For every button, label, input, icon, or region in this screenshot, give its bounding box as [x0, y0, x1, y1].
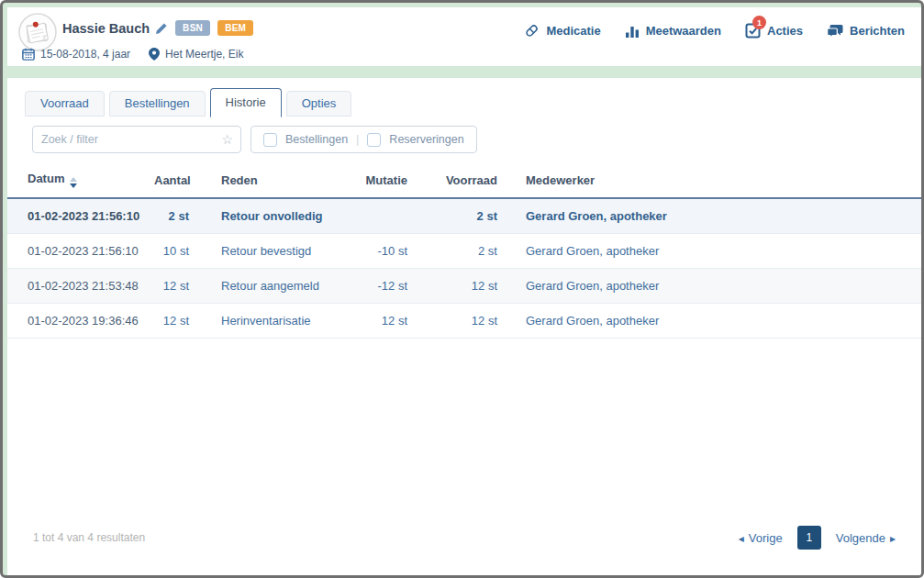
column-header-reden: Reden — [189, 165, 345, 198]
cell-aantal: 12 st — [154, 303, 189, 338]
cell-medewerker: Gerard Groen, apotheker — [497, 303, 921, 338]
nav-acties[interactable]: 1 Acties — [745, 23, 803, 39]
calendar-icon — [22, 48, 35, 61]
cell-voorraad: 2 st — [407, 233, 497, 268]
cell-mutatie — [345, 198, 407, 233]
patient-header: Hassie Bauch BSN BEM 15-08-2018, 4 jaar … — [7, 7, 921, 66]
column-header-mutatie: Mutatie — [345, 165, 407, 198]
cell-datum: 01-02-2023 21:56:10 — [7, 198, 154, 233]
bem-badge: BEM — [217, 20, 253, 36]
checkbox-bestellingen-label[interactable]: Bestellingen — [285, 133, 348, 146]
pagination-next[interactable]: Volgende — [836, 531, 896, 545]
sort-icon — [70, 177, 77, 188]
column-header-datum[interactable]: Datum — [7, 165, 154, 198]
pagination: Vorige 1 Volgende — [739, 526, 896, 550]
table-footer: 1 tot 4 van 4 resultaten Vorige 1 Volgen… — [33, 526, 896, 550]
patient-name-row: Hassie Bauch BSN BEM — [62, 20, 253, 36]
nav-label: Medicatie — [546, 24, 600, 38]
cell-medewerker: Gerard Groen, apotheker — [497, 198, 921, 233]
filter-row: Bestellingen Reserveringen — [7, 117, 921, 153]
cell-reden: Herinventarisatie — [189, 303, 345, 338]
cell-aantal: 2 st — [154, 198, 189, 233]
cell-reden: Retour onvolledig — [189, 198, 345, 233]
checkbox-bestellingen[interactable] — [263, 133, 277, 147]
tab-opties[interactable]: Opties — [286, 91, 352, 117]
cell-reden: Retour aangemeld — [189, 268, 345, 303]
patient-avatar — [18, 13, 57, 51]
messages-icon — [827, 24, 843, 39]
checkbox-separator — [356, 133, 359, 146]
cell-aantal: 12 st — [154, 268, 189, 303]
no-photo-icon — [18, 13, 57, 51]
table-header-row: Datum Aantal Reden Mutatie Voorraad Mede… — [7, 165, 921, 198]
cell-medewerker: Gerard Groen, apotheker — [497, 268, 921, 303]
cell-medewerker: Gerard Groen, apotheker — [497, 233, 921, 268]
nav-label: Acties — [767, 24, 803, 38]
tab-voorraad[interactable]: Voorraad — [25, 91, 105, 117]
table-row[interactable]: 01-02-2023 21:56:10 10 st Retour bevesti… — [7, 233, 921, 268]
patient-birthdate: 15-08-2018, 4 jaar — [40, 48, 130, 61]
cell-mutatie: -10 st — [345, 233, 407, 268]
cell-voorraad: 12 st — [407, 268, 497, 303]
chevron-right-icon — [890, 531, 896, 545]
tab-bestellingen[interactable]: Bestellingen — [109, 91, 206, 117]
checkbox-reserveringen[interactable] — [367, 133, 381, 147]
table-row[interactable]: 01-02-2023 21:53:48 12 st Retour aangeme… — [7, 268, 921, 303]
top-nav: Medicatie Meetwaarden — [524, 23, 905, 39]
acties-count-badge: 1 — [752, 16, 766, 29]
cell-mutatie: -12 st — [345, 268, 407, 303]
nav-medicatie[interactable]: Medicatie — [524, 23, 600, 39]
search-box — [32, 126, 241, 153]
historie-table: Datum Aantal Reden Mutatie Voorraad Mede… — [7, 165, 921, 339]
location-pin-icon — [149, 48, 160, 61]
favorite-filter-icon[interactable] — [221, 133, 233, 146]
pill-icon — [524, 23, 540, 39]
column-header-medewerker: Medewerker — [497, 165, 921, 198]
search-input[interactable] — [41, 133, 221, 146]
nav-label: Meetwaarden — [646, 24, 721, 38]
nav-berichten[interactable]: Berichten — [827, 24, 905, 39]
patient-info-row: 15-08-2018, 4 jaar Het Meertje, Eik — [22, 48, 243, 61]
cell-voorraad: 2 st — [407, 198, 497, 233]
chevron-left-icon — [739, 531, 744, 545]
tab-historie[interactable]: Historie — [210, 88, 282, 117]
pagination-previous[interactable]: Vorige — [739, 531, 783, 545]
patient-name: Hassie Bauch — [62, 21, 150, 36]
checklist-icon: 1 — [745, 23, 761, 39]
bsn-badge: BSN — [175, 20, 210, 36]
filter-checkbox-group: Bestellingen Reserveringen — [250, 126, 477, 153]
nav-label: Berichten — [850, 24, 905, 38]
results-count: 1 tot 4 van 4 resultaten — [33, 531, 145, 544]
cell-mutatie: 12 st — [345, 303, 407, 338]
cell-datum: 01-02-2023 21:56:10 — [7, 233, 154, 268]
cell-datum: 01-02-2023 19:36:46 — [7, 303, 154, 338]
table-row[interactable]: 01-02-2023 21:56:10 2 st Retour onvolled… — [7, 198, 921, 233]
voorraad-panel: Voorraad Bestellingen Historie Opties Be… — [7, 78, 921, 575]
patient-location: Het Meertje, Eik — [165, 48, 243, 61]
column-header-voorraad: Voorraad — [407, 165, 497, 198]
checkbox-reserveringen-label[interactable]: Reserveringen — [389, 133, 463, 146]
cell-datum: 01-02-2023 21:53:48 — [7, 268, 154, 303]
pagination-page-1[interactable]: 1 — [797, 526, 821, 550]
bar-chart-icon — [625, 24, 640, 39]
cell-reden: Retour bevestigd — [189, 233, 345, 268]
cell-voorraad: 12 st — [407, 303, 497, 338]
edit-patient-icon[interactable] — [155, 22, 168, 35]
nav-meetwaarden[interactable]: Meetwaarden — [625, 24, 721, 39]
table-row[interactable]: 01-02-2023 19:36:46 12 st Herinventarisa… — [7, 303, 921, 338]
cell-aantal: 10 st — [154, 233, 189, 268]
app-window: Hassie Bauch BSN BEM 15-08-2018, 4 jaar … — [0, 0, 924, 578]
tab-bar: Voorraad Bestellingen Historie Opties — [7, 78, 921, 117]
column-header-aantal: Aantal — [154, 165, 189, 198]
